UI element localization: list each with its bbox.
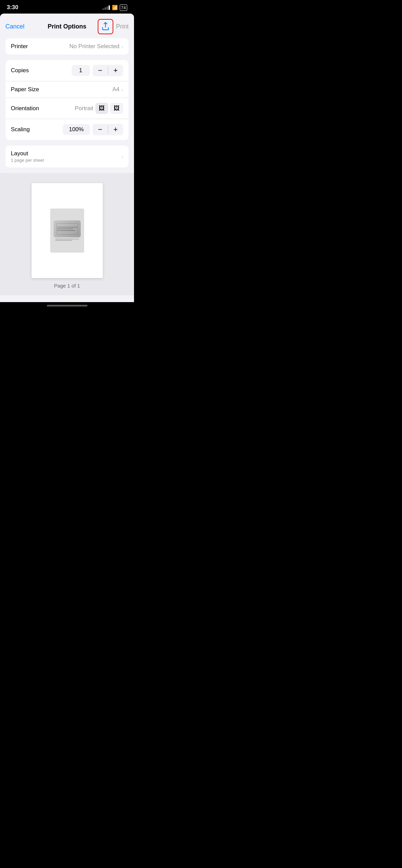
home-bar [47, 305, 88, 307]
time: 3:30 [7, 4, 18, 11]
copies-increment-button[interactable]: + [108, 65, 123, 76]
orientation-label: Orientation [11, 105, 39, 112]
copies-stepper-controls: − + [93, 65, 123, 76]
pill-lines [57, 227, 77, 231]
options-card: Copies 1 − + Paper Size A4 › [5, 60, 129, 140]
printer-value-group: No Printer Selected › [70, 43, 123, 50]
scaling-increment-button[interactable]: + [108, 124, 123, 135]
orientation-row: Orientation Portrait 🖼 🖼 [5, 98, 129, 119]
copies-label: Copies [11, 67, 29, 74]
pill-line-3 [57, 230, 75, 231]
paper-size-value-group: A4 › [112, 86, 123, 93]
layout-chevron-icon: › [121, 154, 123, 159]
portrait-icon: 🖼 [99, 105, 105, 112]
landscape-button[interactable]: 🖼 [110, 103, 123, 114]
preview-section: Page 1 of 1 [0, 173, 134, 295]
status-right: 📶 74 [102, 4, 127, 11]
nav-title: Print Options [48, 23, 87, 30]
cancel-button[interactable]: Cancel [5, 23, 24, 30]
text-line-2 [55, 240, 72, 241]
scaling-stepper-controls: − + [93, 124, 123, 135]
page-preview [32, 183, 103, 278]
paper-size-label: Paper Size [11, 86, 39, 93]
battery-icon: 74 [120, 4, 127, 11]
nav-right: Print [98, 19, 129, 34]
signal-icon [102, 5, 110, 10]
text-line-1 [55, 239, 79, 239]
paper-size-value: A4 [112, 86, 119, 93]
home-indicator [44, 302, 90, 309]
share-icon [101, 22, 110, 32]
page-label: Page 1 of 1 [54, 283, 80, 289]
wifi-icon: 📶 [112, 5, 118, 10]
print-label[interactable]: Print [116, 23, 129, 30]
printer-card: Printer No Printer Selected › [5, 38, 129, 55]
share-button[interactable] [99, 20, 112, 33]
scaling-label: Scaling [11, 126, 30, 133]
layout-sub-label: 1 page per sheet [11, 158, 44, 163]
orientation-value: Portrait [75, 105, 93, 112]
status-bar: 3:30 📶 74 [0, 0, 134, 14]
copies-stepper: 1 − + [72, 65, 123, 76]
copies-decrement-button[interactable]: − [93, 65, 108, 76]
printer-row[interactable]: Printer No Printer Selected › [5, 38, 129, 55]
printer-chevron-icon: › [121, 44, 123, 50]
orientation-value-group: Portrait 🖼 🖼 [75, 103, 123, 114]
small-text-lines [55, 239, 79, 241]
pill-line-2 [57, 229, 73, 229]
layout-card[interactable]: Layout 1 page per sheet › [5, 145, 129, 167]
printer-value: No Printer Selected [70, 43, 119, 50]
scaling-value: 100% [63, 124, 90, 135]
portrait-button[interactable]: 🖼 [95, 103, 108, 114]
scaling-decrement-button[interactable]: − [93, 124, 108, 135]
landscape-icon: 🖼 [114, 105, 120, 112]
copies-row: Copies 1 − + [5, 60, 129, 81]
print-options-sheet: Cancel Print Options Print [0, 14, 134, 302]
share-button-highlight [98, 19, 113, 34]
layout-row: Layout 1 page per sheet › [5, 145, 129, 167]
pill-image [54, 220, 81, 237]
layout-info: Layout 1 page per sheet [11, 150, 44, 163]
orientation-buttons: 🖼 🖼 [95, 103, 123, 114]
copies-value: 1 [72, 65, 90, 76]
scaling-row: Scaling 100% − + [5, 119, 129, 140]
printer-label: Printer [11, 43, 28, 50]
nav-bar: Cancel Print Options Print [0, 14, 134, 38]
content: Printer No Printer Selected › Copies 1 −… [0, 38, 134, 302]
pill-line-1 [57, 227, 77, 228]
paper-size-chevron-icon: › [121, 87, 123, 93]
paper-size-row[interactable]: Paper Size A4 › [5, 81, 129, 98]
scaling-stepper: 100% − + [63, 124, 123, 135]
layout-title: Layout [11, 150, 44, 157]
page-image [50, 209, 84, 253]
